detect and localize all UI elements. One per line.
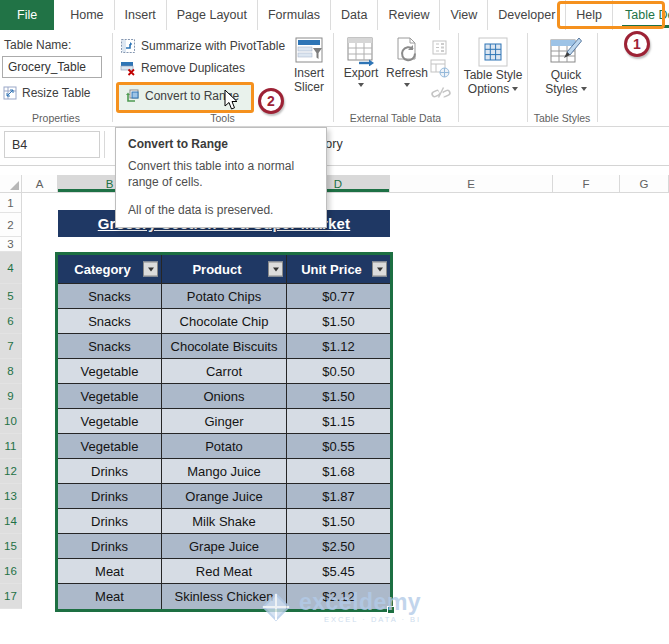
cell-category[interactable]: Vegetable	[58, 434, 162, 458]
tab-file[interactable]: File	[0, 0, 54, 30]
cell-category[interactable]: Snacks	[58, 309, 162, 333]
cell-product[interactable]: Onions	[162, 384, 287, 408]
cell-unit-price[interactable]: $1.87	[287, 484, 390, 508]
tab-formulas[interactable]: Formulas	[258, 0, 331, 30]
tab-home[interactable]: Home	[60, 0, 114, 30]
filter-button-unit-price[interactable]	[372, 262, 387, 277]
cell-unit-price[interactable]: $1.50	[287, 509, 390, 533]
column-header-e[interactable]: E	[390, 175, 553, 193]
cell-unit-price[interactable]: $5.45	[287, 559, 390, 583]
column-header-f[interactable]: F	[553, 175, 620, 193]
row-header-9[interactable]: 9	[0, 384, 22, 409]
row-header-16[interactable]: 16	[0, 559, 22, 584]
row-header-7[interactable]: 7	[0, 334, 22, 359]
table-row[interactable]: Snacks Chocolate Chip $1.50	[58, 309, 390, 334]
row-header-6[interactable]: 6	[0, 309, 22, 334]
row-header-12[interactable]: 12	[0, 459, 22, 484]
cell-product[interactable]: Orange Juice	[162, 484, 287, 508]
row-header-10[interactable]: 10	[0, 409, 22, 434]
table-name-input[interactable]	[2, 56, 102, 78]
row-header-5[interactable]: 5	[0, 284, 22, 309]
refresh-button[interactable]: Refresh	[385, 36, 429, 87]
cell-category[interactable]: Snacks	[58, 284, 162, 308]
column-header-a[interactable]: A	[22, 175, 58, 193]
tab-data[interactable]: Data	[331, 0, 378, 30]
table-row[interactable]: Snacks Potato Chips $0.77	[58, 284, 390, 309]
row-header-1[interactable]: 1	[0, 193, 22, 213]
table-row[interactable]: Meat Red Meat $5.45	[58, 559, 390, 584]
quick-styles-button[interactable]: Quick Styles	[540, 36, 592, 96]
cell-category[interactable]: Meat	[58, 559, 162, 583]
table-name-label: Table Name:	[4, 38, 71, 52]
resize-table-button[interactable]: Resize Table	[3, 86, 90, 100]
table-row[interactable]: Drinks Milk Shake $1.50	[58, 509, 390, 534]
row-header-15[interactable]: 15	[0, 534, 22, 559]
row-header-4[interactable]: 4	[0, 252, 22, 284]
table-row[interactable]: Drinks Mango Juice $1.68	[58, 459, 390, 484]
cell-product[interactable]: Carrot	[162, 359, 287, 383]
row-header-3[interactable]: 3	[0, 237, 22, 252]
cell-unit-price[interactable]: $0.77	[287, 284, 390, 308]
cell-product[interactable]: Potato Chips	[162, 284, 287, 308]
row-header-17[interactable]: 17	[0, 584, 22, 609]
cell-category[interactable]: Vegetable	[58, 359, 162, 383]
cell-product[interactable]: Chocolate Chip	[162, 309, 287, 333]
row-header-14[interactable]: 14	[0, 509, 22, 534]
filter-button-category[interactable]	[143, 262, 158, 277]
cell-category[interactable]: Drinks	[58, 509, 162, 533]
header-unit-price[interactable]: Unit Price	[287, 255, 390, 283]
column-header-g[interactable]: G	[620, 175, 669, 193]
table-row[interactable]: Vegetable Onions $1.50	[58, 384, 390, 409]
cell-unit-price[interactable]: $2.50	[287, 534, 390, 558]
table-row[interactable]: Drinks Orange Juice $1.87	[58, 484, 390, 509]
summarize-pivottable-button[interactable]: Summarize with PivotTable	[120, 38, 285, 54]
row-header-8[interactable]: 8	[0, 359, 22, 384]
table-row[interactable]: Vegetable Carrot $0.50	[58, 359, 390, 384]
cell-product[interactable]: Mango Juice	[162, 459, 287, 483]
cell-category[interactable]: Meat	[58, 584, 162, 609]
row-header-11[interactable]: 11	[0, 434, 22, 459]
cell-product[interactable]: Potato	[162, 434, 287, 458]
cell-category[interactable]: Drinks	[58, 484, 162, 508]
cell-product[interactable]: Milk Shake	[162, 509, 287, 533]
exceldemy-watermark: exceldemy EXCEL · DATA · BI	[258, 589, 421, 625]
cell-unit-price[interactable]: $1.12	[287, 334, 390, 358]
table-row[interactable]: Drinks Grape Juice $2.50	[58, 534, 390, 559]
select-all-corner[interactable]	[0, 175, 22, 193]
header-product[interactable]: Product	[162, 255, 287, 283]
cell-category[interactable]: Drinks	[58, 534, 162, 558]
header-category[interactable]: Category	[58, 255, 162, 283]
cell-unit-price[interactable]: $1.15	[287, 409, 390, 433]
insert-slicer-button[interactable]: Insert Slicer	[288, 36, 330, 94]
cell-unit-price[interactable]: $1.50	[287, 384, 390, 408]
cell-category[interactable]: Drinks	[58, 459, 162, 483]
name-box[interactable]: B4	[4, 131, 100, 158]
cell-product[interactable]: Grape Juice	[162, 534, 287, 558]
table-style-options-button[interactable]: Table Style Options	[462, 36, 524, 96]
cell-category[interactable]: Vegetable	[58, 384, 162, 408]
tab-page-layout[interactable]: Page Layout	[167, 0, 258, 30]
export-button[interactable]: Export	[338, 36, 384, 87]
cell-unit-price[interactable]: $0.50	[287, 359, 390, 383]
tab-view[interactable]: View	[440, 0, 488, 30]
row-header-2[interactable]: 2	[0, 213, 22, 237]
cell-category[interactable]: Snacks	[58, 334, 162, 358]
cell-unit-price[interactable]: $0.55	[287, 434, 390, 458]
convert-to-range-button[interactable]: Convert to Range	[124, 88, 239, 104]
cell-product[interactable]: Chocolate Biscuits	[162, 334, 287, 358]
cell-unit-price[interactable]: $1.50	[287, 309, 390, 333]
cell-product[interactable]: Red Meat	[162, 559, 287, 583]
cell-category[interactable]: Vegetable	[58, 409, 162, 433]
tab-insert[interactable]: Insert	[115, 0, 167, 30]
remove-duplicates-button[interactable]: Remove Duplicates	[120, 60, 245, 76]
cell-unit-price[interactable]: $1.68	[287, 459, 390, 483]
table-row[interactable]: Snacks Chocolate Biscuits $1.12	[58, 334, 390, 359]
row-header-13[interactable]: 13	[0, 484, 22, 509]
cell-product[interactable]: Ginger	[162, 409, 287, 433]
tab-developer[interactable]: Developer	[488, 0, 566, 30]
table-row[interactable]: Vegetable Potato $0.55	[58, 434, 390, 459]
insert-slicer-icon	[294, 36, 324, 66]
table-row[interactable]: Vegetable Ginger $1.15	[58, 409, 390, 434]
tab-review[interactable]: Review	[378, 0, 440, 30]
filter-button-product[interactable]	[268, 262, 283, 277]
